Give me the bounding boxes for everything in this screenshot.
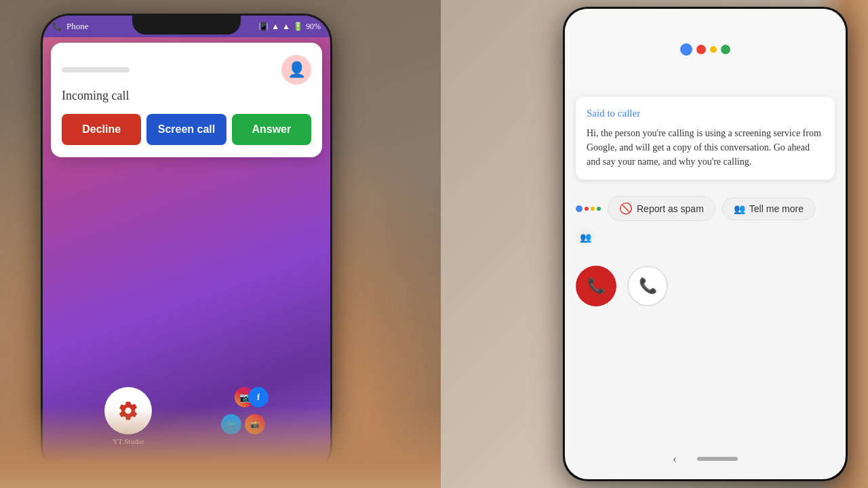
status-bar-right: 📳 ▲ ▲ 🔋 90% — [258, 22, 321, 32]
gear-icon — [117, 400, 139, 422]
battery-icon: 🔋 — [293, 22, 303, 32]
said-to-caller-message: Hi, the person you're calling is using a… — [587, 126, 824, 169]
caller-info — [62, 67, 130, 73]
call-action-buttons: Decline Screen call Answer — [62, 114, 311, 145]
incoming-call-label: Incoming call — [62, 89, 311, 103]
mini-assistant-logo — [576, 205, 601, 212]
phone-notch — [132, 16, 241, 35]
assistant-header — [565, 9, 846, 90]
yt-studio-app[interactable]: YT Studio — [104, 387, 152, 445]
vibrate-icon: 📳 — [258, 22, 269, 32]
caller-row: 👤 — [62, 55, 311, 85]
mini-dot-blue — [576, 205, 583, 212]
signal-icon: ▲ — [282, 22, 290, 32]
screen-call-button[interactable]: Screen call — [146, 114, 226, 145]
instagram2-icon: 📸 — [245, 414, 265, 434]
caller-name-placeholder — [62, 67, 130, 73]
report-spam-button[interactable]: 🚫 Report as spam — [608, 196, 715, 221]
avatar: 👤 — [281, 55, 311, 85]
app-name-label: Phone — [66, 21, 89, 32]
app-icons: YT Studio 📷 f 🐦 📸 — [43, 387, 330, 445]
yt-studio-icon — [104, 387, 152, 434]
wifi-icon: ▲ — [271, 22, 279, 32]
battery-label: 90% — [306, 22, 321, 32]
said-to-caller-label: Said to caller — [587, 108, 824, 119]
tell-more-button[interactable]: 👥 Tell me more — [722, 197, 815, 220]
phone-app-icon: 📞 — [52, 22, 62, 32]
tell-more-icon: 👥 — [734, 203, 745, 214]
social-icons: 📷 f 🐦 📸 — [221, 387, 269, 434]
incoming-call-card: 👤 Incoming call Decline Screen call Answ… — [51, 43, 322, 157]
back-chevron-icon[interactable]: ‹ — [673, 452, 677, 466]
call-control-row: 📞 📞 — [576, 266, 835, 306]
mini-dot-green — [597, 207, 601, 211]
assistant-dot-blue — [680, 43, 692, 56]
yt-studio-label: YT Studio — [113, 437, 144, 445]
tell-more-label: Tell me more — [749, 203, 804, 214]
left-side: 📞 Phone 📳 ▲ ▲ 🔋 90% — [0, 0, 441, 488]
accept-screened-call-button[interactable]: 📞 — [627, 266, 668, 306]
home-pill[interactable] — [697, 457, 738, 461]
avatar-icon: 👤 — [288, 61, 306, 79]
assistant-dot-yellow — [710, 46, 717, 53]
facebook-icon: f — [248, 387, 269, 407]
right-side: Said to caller Hi, the person you're cal… — [441, 0, 868, 488]
more-options-button[interactable]: 👥 — [576, 228, 595, 247]
end-call-icon: 📞 — [587, 277, 606, 295]
social-cluster-app[interactable]: 📷 f 🐦 📸 — [221, 387, 269, 445]
said-to-caller-card: Said to caller Hi, the person you're cal… — [576, 97, 835, 180]
navigation-bar: ‹ — [565, 445, 846, 472]
status-bar-left: 📞 Phone — [52, 21, 89, 32]
phone-right: Said to caller Hi, the person you're cal… — [563, 7, 848, 481]
assistant-dot-green — [721, 45, 730, 54]
screen-content: Said to caller Hi, the person you're cal… — [565, 90, 846, 479]
google-assistant-logo — [680, 43, 730, 56]
twitter-icon: 🐦 — [221, 414, 241, 434]
phone-right-screen: Said to caller Hi, the person you're cal… — [565, 9, 846, 479]
end-call-button[interactable]: 📞 — [576, 266, 616, 306]
mini-dot-yellow — [591, 207, 595, 211]
assistant-dot-red — [696, 45, 706, 54]
report-spam-icon: 🚫 — [619, 202, 633, 215]
accept-call-icon: 📞 — [639, 277, 657, 295]
report-spam-label: Report as spam — [637, 203, 704, 214]
action-row: 🚫 Report as spam 👥 Tell me more 👥 — [576, 196, 835, 247]
phone-left: 📞 Phone 📳 ▲ ▲ 🔋 90% — [41, 14, 332, 474]
decline-button[interactable]: Decline — [62, 114, 141, 145]
answer-button[interactable]: Answer — [232, 114, 311, 145]
mini-dot-red — [585, 207, 589, 211]
phone-left-screen: 📞 Phone 📳 ▲ ▲ 🔋 90% — [43, 16, 330, 472]
more-icon: 👥 — [580, 232, 591, 243]
